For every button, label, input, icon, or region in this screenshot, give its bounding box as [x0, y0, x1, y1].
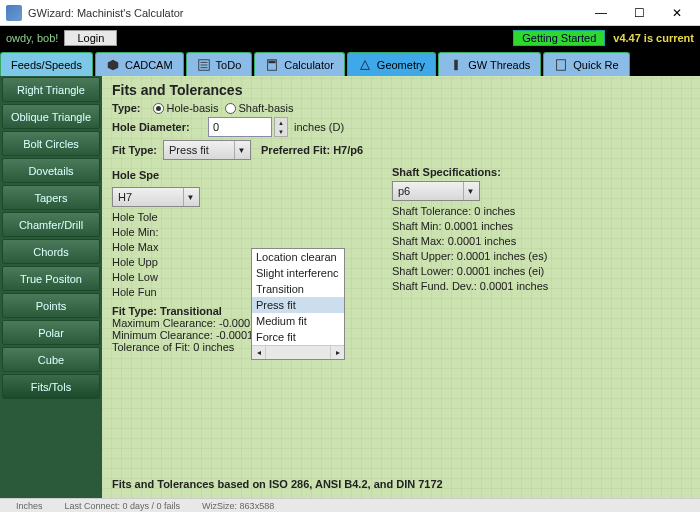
- shaft-spec-label: Shaft Specifications:: [392, 166, 690, 178]
- tab-quickref[interactable]: Quick Re: [543, 52, 629, 76]
- dropdown-option[interactable]: Slight interferenc: [252, 265, 344, 281]
- status-bar: Inches Last Connect: 0 days / 0 fails Wi…: [0, 498, 700, 512]
- content-panel: Fits and Tolerances Type: Hole-basis Sha…: [102, 76, 700, 498]
- radio-shaft-basis[interactable]: [225, 103, 236, 114]
- hole-line: Hole Min:: [112, 226, 392, 238]
- user-bar: owdy, bob! Login Getting Started v4.47 i…: [0, 26, 700, 50]
- shaft-line: Shaft Lower: 0.0001 inches (ei): [392, 265, 690, 277]
- version-label: v4.47 is current: [613, 32, 694, 44]
- sidebar-item-true-position[interactable]: True Positon: [2, 266, 100, 291]
- status-wizsize: WizSize: 863x588: [202, 501, 274, 511]
- page-title: Fits and Tolerances: [112, 82, 690, 98]
- footer-note: Fits and Tolerances based on ISO 286, AN…: [112, 478, 443, 490]
- summary-line: Maximum Clearance: -0.0001 inches (cmax): [112, 317, 690, 329]
- chevron-down-icon: ▼: [463, 182, 477, 200]
- tab-todo[interactable]: ToDo: [186, 52, 253, 76]
- tab-gwthreads[interactable]: GW Threads: [438, 52, 541, 76]
- sidebar-item-points[interactable]: Points: [2, 293, 100, 318]
- dropdown-option[interactable]: Press fit: [252, 297, 344, 313]
- minimize-button[interactable]: —: [582, 2, 620, 24]
- tab-cadcam[interactable]: CADCAM: [95, 52, 184, 76]
- status-connect: Last Connect: 0 days / 0 fails: [65, 501, 181, 511]
- top-tabs: Feeds/Speeds CADCAM ToDo Calculator Geom…: [0, 50, 700, 76]
- shaft-grade-select[interactable]: p6▼: [392, 181, 480, 201]
- scroll-right-icon[interactable]: ▸: [330, 346, 344, 359]
- login-button[interactable]: Login: [64, 30, 117, 46]
- fittype-label: Fit Type:: [112, 144, 157, 156]
- holedia-units: inches (D): [294, 121, 344, 133]
- sidebar-item-bolt-circles[interactable]: Bolt Circles: [2, 131, 100, 156]
- hole-diameter-input[interactable]: 0: [208, 117, 272, 137]
- dropdown-scrollbar[interactable]: ◂ ▸: [252, 345, 344, 359]
- tab-feeds-speeds[interactable]: Feeds/Speeds: [0, 52, 93, 76]
- status-units: Inches: [16, 501, 43, 511]
- summary-line: Minimum Clearance: -0.0001 inches (cmin): [112, 329, 690, 341]
- hole-diameter-spinner[interactable]: ▲▼: [274, 117, 288, 137]
- threads-icon: [449, 58, 463, 72]
- greeting: owdy, bob!: [6, 32, 58, 44]
- cadcam-icon: [106, 58, 120, 72]
- shaft-line: Shaft Min: 0.0001 inches: [392, 220, 690, 232]
- sidebar-item-dovetails[interactable]: Dovetails: [2, 158, 100, 183]
- type-label: Type:: [112, 102, 141, 114]
- holedia-label: Hole Diameter:: [112, 121, 202, 133]
- fit-type-select[interactable]: Press fit▼: [163, 140, 251, 160]
- radio-hole-basis[interactable]: [153, 103, 164, 114]
- chevron-down-icon: ▼: [183, 188, 197, 206]
- svg-rect-4: [557, 59, 566, 70]
- fit-type-dropdown: Location clearan Slight interferenc Tran…: [251, 248, 345, 360]
- hole-spec-label: Hole Spe: [112, 169, 159, 181]
- titlebar: GWizard: Machinist's Calculator — ☐ ✕: [0, 0, 700, 26]
- sidebar-item-tapers[interactable]: Tapers: [2, 185, 100, 210]
- sidebar-item-chamfer-drill[interactable]: Chamfer/Drill: [2, 212, 100, 237]
- getting-started-button[interactable]: Getting Started: [513, 30, 605, 46]
- sidebar-item-cube[interactable]: Cube: [2, 347, 100, 372]
- geometry-icon: [358, 58, 372, 72]
- hole-line: Hole Tole: [112, 211, 392, 223]
- summary-line: Tolerance of Fit: 0 inches: [112, 341, 690, 353]
- tab-geometry[interactable]: Geometry: [347, 52, 436, 76]
- svg-rect-2: [269, 60, 276, 63]
- maximize-button[interactable]: ☐: [620, 2, 658, 24]
- sidebar-item-chords[interactable]: Chords: [2, 239, 100, 264]
- scroll-left-icon[interactable]: ◂: [252, 346, 266, 359]
- app-icon: [6, 5, 22, 21]
- sidebar: Right Triangle Oblique Triangle Bolt Cir…: [0, 76, 102, 498]
- shaft-line: Shaft Max: 0.0001 inches: [392, 235, 690, 247]
- shaft-line: Shaft Tolerance: 0 inches: [392, 205, 690, 217]
- summary-line: Fit Type: Transitional: [112, 305, 690, 317]
- dropdown-option[interactable]: Force fit: [252, 329, 344, 345]
- sidebar-item-fits-tols[interactable]: Fits/Tols: [2, 374, 100, 399]
- dropdown-option[interactable]: Location clearan: [252, 249, 344, 265]
- dropdown-option[interactable]: Transition: [252, 281, 344, 297]
- tab-calculator[interactable]: Calculator: [254, 52, 345, 76]
- window-title: GWizard: Machinist's Calculator: [28, 7, 582, 19]
- shaft-line: Shaft Upper: 0.0001 inches (es): [392, 250, 690, 262]
- sidebar-item-polar[interactable]: Polar: [2, 320, 100, 345]
- dropdown-option[interactable]: Medium fit: [252, 313, 344, 329]
- quickref-icon: [554, 58, 568, 72]
- close-button[interactable]: ✕: [658, 2, 696, 24]
- chevron-down-icon: ▼: [234, 141, 248, 159]
- preferred-fit: Preferred Fit: H7/p6: [261, 144, 363, 156]
- sidebar-item-right-triangle[interactable]: Right Triangle: [2, 77, 100, 102]
- sidebar-item-oblique-triangle[interactable]: Oblique Triangle: [2, 104, 100, 129]
- calculator-icon: [265, 58, 279, 72]
- shaft-line: Shaft Fund. Dev.: 0.0001 inches: [392, 280, 690, 292]
- hole-grade-select[interactable]: H7▼: [112, 187, 200, 207]
- svg-rect-3: [454, 59, 458, 70]
- todo-icon: [197, 58, 211, 72]
